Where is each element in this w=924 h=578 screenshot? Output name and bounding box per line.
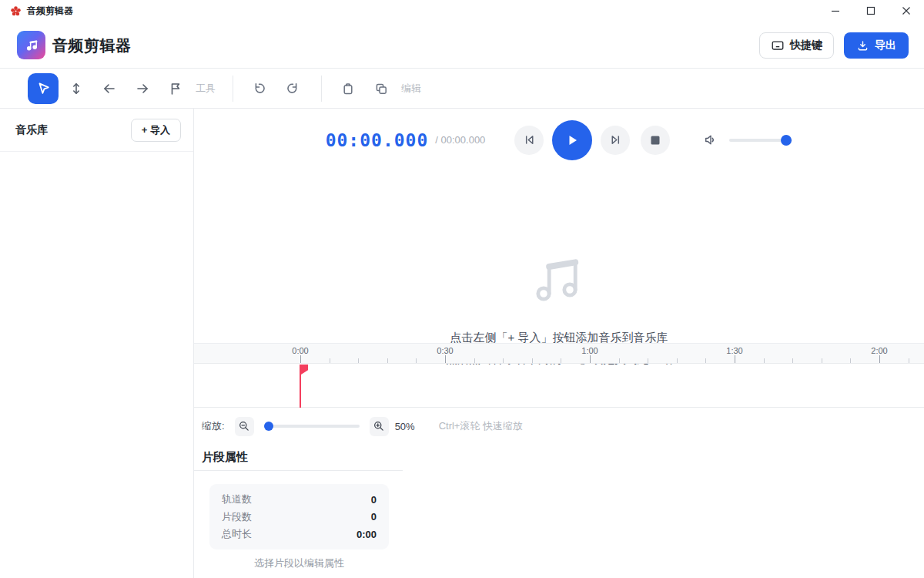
redo-button[interactable] (277, 73, 308, 104)
stop-icon (650, 135, 661, 146)
properties-divider (194, 470, 403, 471)
ruler-major-tick (445, 355, 446, 363)
ruler-minor-tick (822, 358, 822, 363)
property-row-tracks: 轨道数 0 (222, 492, 377, 506)
stop-button[interactable] (641, 126, 670, 155)
ruler-tick-label: 2:00 (871, 346, 887, 355)
property-row-duration: 总时长 0:00 (222, 527, 377, 541)
total-time-display: / 00:00.000 (435, 134, 485, 146)
ruler-minor-tick (503, 358, 504, 363)
zoom-slider-thumb[interactable] (264, 422, 273, 431)
maximize-button[interactable] (853, 0, 889, 22)
skip-to-start-button[interactable] (514, 126, 544, 155)
empty-music-note-icon (530, 253, 588, 305)
page-title: 音频剪辑器 (52, 35, 132, 56)
timeline-track[interactable] (194, 365, 924, 408)
property-row-clips: 片段数 0 (222, 510, 377, 524)
speaker-icon (702, 132, 718, 148)
volume-slider[interactable] (729, 139, 792, 142)
minimize-button[interactable] (818, 0, 853, 22)
ruler-minor-tick (387, 358, 388, 363)
close-button[interactable] (889, 0, 924, 22)
export-button[interactable]: 导出 (844, 32, 909, 59)
move-left-button[interactable] (94, 73, 125, 104)
import-button[interactable]: + 导入 (131, 119, 181, 142)
ruler-minor-tick (648, 358, 648, 363)
volume-slider-thumb[interactable] (781, 135, 792, 146)
clip-properties-title: 片段属性 (202, 450, 248, 465)
ruler-major-tick (300, 355, 301, 363)
window-title: 音频剪辑器 (27, 5, 73, 18)
main-area: 00:00.000 / 00:00.000 (194, 109, 924, 578)
ruler-minor-tick (705, 358, 706, 363)
ruler-minor-tick (677, 358, 678, 363)
delete-button[interactable] (333, 73, 363, 104)
move-right-button[interactable] (127, 73, 158, 104)
app-header: 音频剪辑器 快捷键 导出 (0, 22, 924, 69)
current-time-display: 00:00.000 (326, 130, 429, 150)
shortcut-keys-button[interactable]: 快捷键 (759, 32, 834, 59)
ruler-major-tick (590, 355, 591, 363)
arrow-left-icon (102, 81, 117, 96)
skip-end-icon (609, 133, 622, 146)
ruler-tick-label: 0:00 (292, 346, 308, 355)
library-title: 音乐库 (15, 123, 48, 137)
duplicate-button[interactable] (366, 73, 397, 104)
clip-properties-card: 轨道数 0 片段数 0 总时长 0:00 (209, 484, 389, 549)
zoom-hint: Ctrl+滚轮 快速缩放 (439, 419, 523, 433)
skip-start-icon (523, 133, 536, 146)
properties-caption: 选择片段以编辑属性 (209, 556, 389, 570)
ruler-tick-label: 1:00 (581, 346, 598, 355)
cursor-icon (35, 80, 52, 96)
copy-icon (373, 81, 389, 96)
ruler-minor-tick (764, 358, 765, 363)
skip-to-end-button[interactable] (601, 126, 630, 155)
ruler-minor-tick (850, 358, 851, 363)
vertical-arrows-icon (69, 81, 84, 96)
ruler-tick-label: 1:30 (726, 346, 742, 355)
app-flower-icon (10, 5, 22, 17)
ruler-minor-tick (792, 358, 793, 363)
transport-bar: 00:00.000 / 00:00.000 (194, 109, 924, 171)
toolbar-divider (233, 76, 233, 102)
select-tool-button[interactable] (28, 73, 59, 104)
music-library-panel: 音乐库 + 导入 (0, 109, 194, 578)
flag-icon (168, 81, 183, 96)
zoom-percent: 50% (395, 421, 415, 432)
zoom-in-icon (373, 420, 385, 432)
zoom-out-button[interactable] (235, 417, 254, 436)
music-note-icon (24, 38, 39, 53)
undo-icon (252, 81, 267, 96)
zoom-label: 缩放: (202, 419, 225, 433)
edit-group-label: 编辑 (401, 82, 421, 96)
ruler-tick-label: 0:30 (437, 346, 453, 355)
ruler-major-tick (879, 355, 880, 363)
zoom-out-icon (238, 420, 250, 432)
vertical-move-tool-button[interactable] (61, 73, 92, 104)
ruler-minor-tick (330, 358, 330, 363)
trash-icon (340, 81, 356, 96)
download-icon (856, 39, 869, 52)
ruler-minor-tick (561, 358, 561, 363)
keyboard-icon (771, 39, 785, 52)
zoom-controls: 缩放: 50% Ctrl+滚轮 快速缩放 (194, 408, 924, 444)
zoom-in-button[interactable] (370, 417, 389, 436)
app-logo (17, 31, 45, 59)
titlebar[interactable]: 音频剪辑器 (0, 0, 924, 22)
ruler-minor-tick (358, 358, 359, 363)
ruler-minor-tick (532, 358, 533, 363)
marker-tool-button[interactable] (160, 73, 191, 104)
ruler-minor-tick (416, 358, 417, 363)
playhead[interactable] (300, 365, 301, 408)
ruler-minor-tick (474, 358, 475, 363)
audio-editor-app: 音频剪辑器 音频剪辑器 (0, 0, 924, 578)
redo-icon (285, 81, 300, 96)
zoom-slider[interactable] (264, 425, 360, 428)
timeline-ruler[interactable]: 0:000:301:001:302:00 (194, 343, 924, 364)
playhead-flag-icon[interactable] (301, 365, 308, 375)
play-button[interactable] (552, 120, 592, 160)
ruler-minor-tick (619, 358, 620, 363)
ruler-major-tick (735, 355, 735, 363)
tools-group-label: 工具 (196, 82, 216, 96)
undo-button[interactable] (244, 73, 275, 104)
